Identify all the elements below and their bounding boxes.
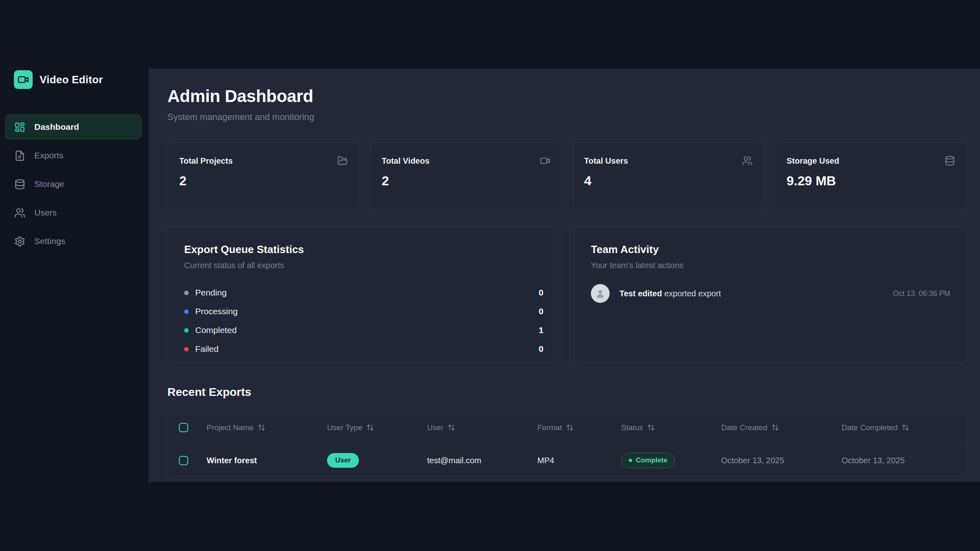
dashboard-icon xyxy=(14,122,25,133)
sidebar-item-label: Users xyxy=(34,208,57,218)
sidebar-item-settings[interactable]: Settings xyxy=(5,229,142,254)
status-badge: Complete xyxy=(621,453,675,468)
sort-icon xyxy=(771,424,779,431)
column-label: Project Name xyxy=(207,423,254,432)
table-row[interactable]: Winter forest User test@mail.com MP4 Com… xyxy=(168,442,967,479)
gear-icon xyxy=(14,236,25,247)
stat-value: 2 xyxy=(179,173,348,189)
column-label: Status xyxy=(621,423,643,432)
sort-icon xyxy=(566,424,574,431)
activity-actor: Test edited xyxy=(619,289,662,298)
database-icon xyxy=(14,179,25,190)
recent-exports-table: Project Name User Type xyxy=(167,413,967,480)
folder-open-icon xyxy=(337,156,348,166)
stat-card-total-projects: Total Projects 2 xyxy=(167,142,360,209)
column-header-project-name[interactable]: Project Name xyxy=(196,423,317,432)
stat-label: Total Projects xyxy=(179,156,233,166)
column-label: User xyxy=(427,423,443,432)
middle-cards: Export Queue Statistics Current status o… xyxy=(167,227,967,363)
column-label: User Type xyxy=(327,423,362,432)
queue-row-failed: Failed 0 xyxy=(184,340,543,358)
processing-dot xyxy=(184,309,189,314)
stat-value: 9.29 MB xyxy=(786,173,955,189)
row-checkbox[interactable] xyxy=(179,456,188,465)
column-header-date-created[interactable]: Date Created xyxy=(711,423,831,432)
column-header-user-type[interactable]: User Type xyxy=(317,423,417,432)
table-header-row: Project Name User Type xyxy=(168,414,967,442)
sidebar-item-label: Exports xyxy=(34,151,63,160)
sort-icon xyxy=(448,424,455,431)
column-header-user[interactable]: User xyxy=(417,423,527,432)
stat-label: Storage Used xyxy=(786,156,839,166)
content-panel: Admin Dashboard System management and mo… xyxy=(149,69,980,482)
users-icon xyxy=(742,156,753,166)
sidebar-item-label: Dashboard xyxy=(34,122,79,132)
queue-value: 0 xyxy=(539,307,543,316)
activity-action: exported export xyxy=(664,289,721,298)
activity-text: Test edited exported export xyxy=(619,289,721,298)
export-queue-card: Export Queue Statistics Current status o… xyxy=(167,227,560,363)
video-icon xyxy=(540,156,550,166)
column-label: Date Created xyxy=(721,423,767,432)
user-type-badge: User xyxy=(327,453,359,468)
page-subtitle: System management and monitoring xyxy=(167,112,967,122)
card-title: Team Activity xyxy=(591,243,950,256)
sidebar-item-storage[interactable]: Storage xyxy=(5,171,142,197)
queue-label: Completed xyxy=(195,325,237,335)
sort-icon xyxy=(258,424,265,431)
queue-label: Pending xyxy=(195,288,227,298)
column-label: Date Completed xyxy=(842,423,898,432)
avatar xyxy=(591,284,610,303)
column-header-status[interactable]: Status xyxy=(611,423,711,432)
cell-format: MP4 xyxy=(527,456,611,465)
video-camera-logo-icon xyxy=(14,70,33,89)
stat-value: 4 xyxy=(584,173,753,189)
column-header-date-completed[interactable]: Date Completed xyxy=(831,423,967,432)
activity-item: Test edited exported export Oct 13, 06:3… xyxy=(591,284,950,303)
column-label: Format xyxy=(537,423,562,432)
card-subtitle: Current status of all exports xyxy=(184,261,543,270)
cell-status: Complete xyxy=(611,453,711,468)
cell-date-created: October 13, 2025 xyxy=(711,456,831,465)
cell-user-email: test@mail.com xyxy=(417,456,527,465)
sidebar-item-dashboard[interactable]: Dashboard xyxy=(5,114,142,140)
file-text-icon xyxy=(14,150,25,161)
row-checkbox-cell xyxy=(168,456,196,465)
sort-icon xyxy=(902,424,909,431)
card-title: Export Queue Statistics xyxy=(184,243,543,256)
failed-dot xyxy=(184,347,189,351)
queue-row-completed: Completed 1 xyxy=(184,321,543,340)
stat-cards: Total Projects 2 Total Videos xyxy=(167,142,967,209)
status-dot-icon xyxy=(629,459,632,462)
cell-date-completed: October 13, 2025 xyxy=(831,456,967,465)
sidebar-nav: Dashboard Exports xyxy=(0,114,149,254)
queue-row-pending: Pending 0 xyxy=(184,283,543,302)
column-header-format[interactable]: Format xyxy=(527,423,611,432)
page-title: Admin Dashboard xyxy=(167,87,967,106)
queue-value: 0 xyxy=(539,288,543,298)
app-root: Video Editor Dashboard xyxy=(0,0,980,551)
users-icon xyxy=(14,207,25,218)
team-activity-card: Team Activity Your team's latest actions… xyxy=(574,227,967,363)
sidebar-item-users[interactable]: Users xyxy=(5,200,142,225)
header-checkbox-cell xyxy=(168,423,196,432)
sidebar-item-label: Settings xyxy=(34,236,65,246)
stat-label: Total Videos xyxy=(382,156,430,166)
cell-project-name: Winter forest xyxy=(196,456,317,465)
stat-label: Total Users xyxy=(584,156,628,166)
sidebar-item-exports[interactable]: Exports xyxy=(5,143,142,168)
queue-list: Pending 0 Processing 0 Completed 1 xyxy=(184,283,543,358)
cell-user-type: User xyxy=(317,453,417,468)
brand-name: Video Editor xyxy=(40,73,103,86)
stat-card-total-users: Total Users 4 xyxy=(572,142,765,209)
activity-timestamp: Oct 13, 06:36 PM xyxy=(893,289,950,298)
select-all-checkbox[interactable] xyxy=(179,423,188,432)
sort-icon xyxy=(366,424,374,431)
status-label: Complete xyxy=(636,456,667,464)
sidebar-item-label: Storage xyxy=(34,179,65,189)
queue-label: Processing xyxy=(195,307,238,316)
queue-row-processing: Processing 0 xyxy=(184,302,543,321)
recent-exports-title: Recent Exports xyxy=(167,386,967,399)
stat-value: 2 xyxy=(382,173,550,189)
card-subtitle: Your team's latest actions xyxy=(591,261,950,270)
